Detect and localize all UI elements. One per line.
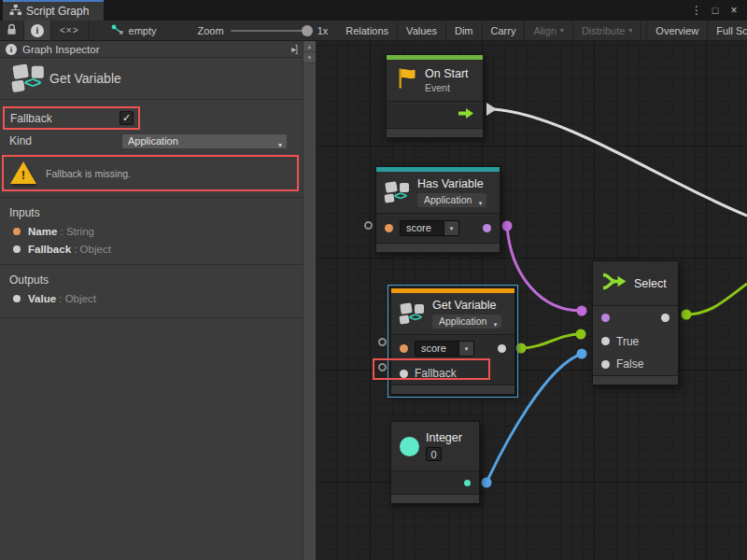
dock-icon[interactable]: ▸] [291,44,297,54]
wire-cap [576,329,586,340]
fallback-input-port[interactable] [400,370,408,378]
name-input-port[interactable] [385,224,393,232]
selection-output-port[interactable] [661,314,669,322]
close-icon[interactable]: × [726,3,741,18]
flow-wire[interactable] [494,109,747,216]
node-title: Select [634,277,667,290]
false-input-port[interactable] [601,360,610,369]
true-value-wire[interactable] [521,334,581,348]
unit-title: Get Variable [49,71,121,86]
input-port-row: Name : String [0,226,303,237]
inspector-title: Graph Inspector [22,44,286,55]
kind-dropdown[interactable]: Application ▾ [121,133,288,149]
info-icon: i [31,24,44,37]
unconnected-port-ring[interactable] [378,363,387,371]
graph-ref-label: empty [129,25,157,36]
scope-dropdown[interactable]: Application ▾ [432,315,501,329]
integer-node[interactable]: Integer 0 [390,421,480,504]
sitemap-icon [9,3,21,20]
name-input-port[interactable] [400,344,408,353]
relations-button[interactable]: Relations [337,21,398,40]
output-port-row: Value : Object [0,293,303,304]
condition-wire[interactable] [507,226,582,311]
check-icon: ✓ [122,112,131,123]
graph-canvas[interactable]: On Start Event <> [316,41,747,560]
selected-unit-header: <> Get Variable [0,58,303,100]
zoom-label: Zoom [198,25,224,36]
kind-label: Kind [9,134,121,147]
wire-cap [502,221,513,231]
warning-box: ! Fallback is missing. [2,155,299,191]
carry-button[interactable]: Carry [483,21,526,40]
inspect-button[interactable]: i [24,21,51,40]
kind-value: Application [128,135,178,147]
full-screen-button[interactable]: Full Screen [708,21,747,40]
get-variable-node[interactable]: <> Get Variable Application ▾ score ▾ [390,287,515,395]
wire-cap [577,349,587,359]
bool-output-port[interactable] [483,224,491,232]
number-output-port[interactable] [464,480,471,486]
scope-dropdown[interactable]: Application ▾ [417,193,486,207]
fallback-property-row: Fallback ✓ [3,106,140,130]
inspector-header: i Graph Inspector ▸] [0,41,303,58]
node-title: Integer [426,431,462,444]
code-icon: <×> [60,25,79,35]
kind-property-row: Kind Application ▾ [0,133,303,149]
unconnected-port-ring[interactable] [378,338,387,346]
zoom-slider-handle[interactable] [302,25,313,36]
node-subtitle: Event [425,82,469,93]
wire-cap [577,306,587,316]
chevron-down-icon[interactable]: ▾ [459,341,474,357]
fallback-checkbox[interactable]: ✓ [120,111,134,125]
condition-input-port[interactable] [601,314,610,322]
tab-title: Script Graph [26,5,89,18]
flow-output-port[interactable] [486,103,497,116]
variable-name-field[interactable]: score ▾ [400,220,459,236]
graph-ref-icon [111,24,124,37]
wire-cap [482,478,492,488]
on-start-node[interactable]: On Start Event [386,54,484,138]
value-output-port[interactable] [498,344,506,353]
true-input-port[interactable] [601,337,610,345]
graph-toolbar: i <×> empty Zoom 1x Relations Values [0,21,747,41]
outputs-section-title: Outputs [0,265,303,287]
integer-value-field[interactable]: 0 [426,447,442,461]
select-output-wire[interactable] [686,284,747,315]
fallback-port-label: Fallback [415,367,457,380]
lock-icon [7,23,17,37]
chevron-down-icon[interactable]: ▾ [444,220,459,236]
flag-icon [395,66,418,94]
warning-icon: ! [9,161,37,186]
unconnected-port-ring[interactable] [364,221,373,230]
menu-icon[interactable]: ⋮ [689,3,704,18]
graph-inspector-panel: i Graph Inspector ▸] <> Get Variable Fal… [0,41,316,560]
true-port-label: True [616,335,639,348]
warning-text: Fallback is missing. [46,168,131,179]
variable-icon: <> [385,181,411,204]
has-variable-node[interactable]: <> Has Variable Application ▾ score ▾ [375,166,500,253]
chevron-down-icon: ▾ [560,26,564,35]
dim-button[interactable]: Dim [446,21,483,40]
variable-name-field[interactable]: score ▾ [415,341,474,357]
flow-arrow-icon[interactable] [458,106,474,123]
wires-layer [316,41,747,560]
lock-button[interactable] [0,21,24,40]
scroll-up-button[interactable]: ▲ [303,41,316,52]
window-controls: ⋮ □ × [689,0,747,21]
input-port-row: Fallback : Object [0,244,303,255]
maximize-icon[interactable]: □ [708,3,723,18]
node-title: On Start [425,67,469,80]
tab-script-graph[interactable]: Script Graph [3,0,104,21]
values-button[interactable]: Values [398,21,446,40]
inspector-scrollbar[interactable]: ▲ ▼ [303,41,316,560]
fallback-label: Fallback [10,112,52,125]
overview-button[interactable]: Overview [646,21,708,40]
object-port-icon [13,245,21,253]
graph-reference[interactable]: empty [89,21,166,40]
zoom-control: Zoom 1x [166,21,338,40]
zoom-slider[interactable] [231,30,311,32]
select-node[interactable]: Select True False [592,260,679,385]
code-preview-button[interactable]: <×> [51,21,89,40]
scroll-down-button[interactable]: ▼ [303,52,316,63]
inputs-section-title: Inputs [0,198,303,219]
